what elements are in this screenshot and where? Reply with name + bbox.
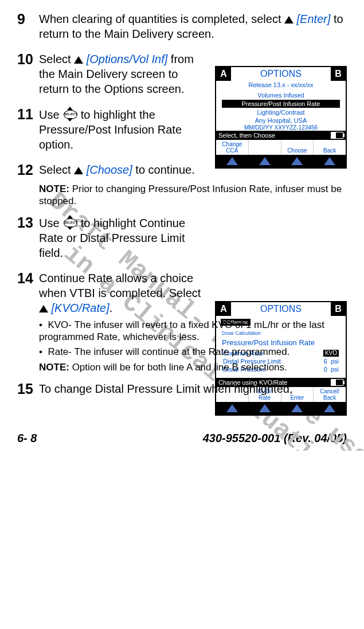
bullet-text: KVO- The infuser will revert to a fixed … [39,319,324,342]
step-text: When clearing of quantities is completed… [39,13,284,25]
softkey-ref-kvo-rate: [KVO/Rate] [52,302,109,314]
step-text: Use [39,108,62,121]
step-text: Use [39,217,62,229]
note-label: NOTE: [39,362,69,373]
page-number: 6- 8 [17,432,37,445]
note-step-14: NOTE: Option will be for both line A and… [39,361,347,373]
step-text: To change Distal Pressure Limit when hig… [39,382,292,395]
doc-revision: 430-95520-001 (Rev. 04/05) [203,432,347,445]
step-text: Continue Rate allows a choice when VTBI … [39,272,201,299]
step-10: 10 Select [Options/Vol Inf] from the Mai… [17,52,347,96]
softkey-ref-choose: [Choose] [87,163,132,176]
step-number: 15 [17,381,39,397]
step-number: 13 [17,215,39,260]
bullet-rate: • Rate- The infuser will continue at the… [39,346,347,358]
step-14: 14 Continue Rate allows a choice when VT… [17,271,347,315]
page-footer: 6- 8 430-95520-001 (Rev. 04/05) [0,432,364,451]
step-15: 15 To change Distal Pressure Limit when … [17,381,347,397]
step-text: Select [39,53,74,65]
softkey-ref-options: [Options/Vol Inf] [87,53,168,65]
step-11: 11 Use SELECT to highlight the Pressure/… [17,107,347,152]
note-label: NOTE: [39,183,69,194]
select-key-icon: SELECT [62,215,77,230]
softkey-ref-enter: [Enter] [297,13,331,25]
step-9: 9 When clearing of quantities is complet… [17,11,347,41]
note-step-12: NOTE: Prior to changing Pressure/Post In… [39,183,347,208]
select-key-icon: SELECT [62,107,77,122]
step-12: 12 Select [Choose] to continue. [17,162,347,178]
triangle-up-icon [284,16,293,24]
step-number: 12 [17,162,39,178]
triangle-up-icon [74,167,83,174]
step-number: 14 [17,271,39,315]
triangle-up-icon [74,56,83,64]
bullet-kvo: • KVO- The infuser will revert to a fixe… [39,319,347,343]
step-number: 11 [17,107,39,152]
note-text: Option will be for both line A and line … [72,362,287,373]
step-text: Select [39,163,74,176]
triangle-up-icon [39,305,48,312]
step-number: 9 [17,11,39,41]
step-text: to continue. [135,163,194,176]
bullet-text: Rate- The infuser will continue at the R… [48,346,289,357]
period: . [109,302,113,314]
step-13: 13 Use SELECT to highlight Continue Rate… [17,215,347,260]
step-number: 10 [17,52,39,96]
note-text: Prior to changing Pressure/Post Infusion… [39,183,342,206]
